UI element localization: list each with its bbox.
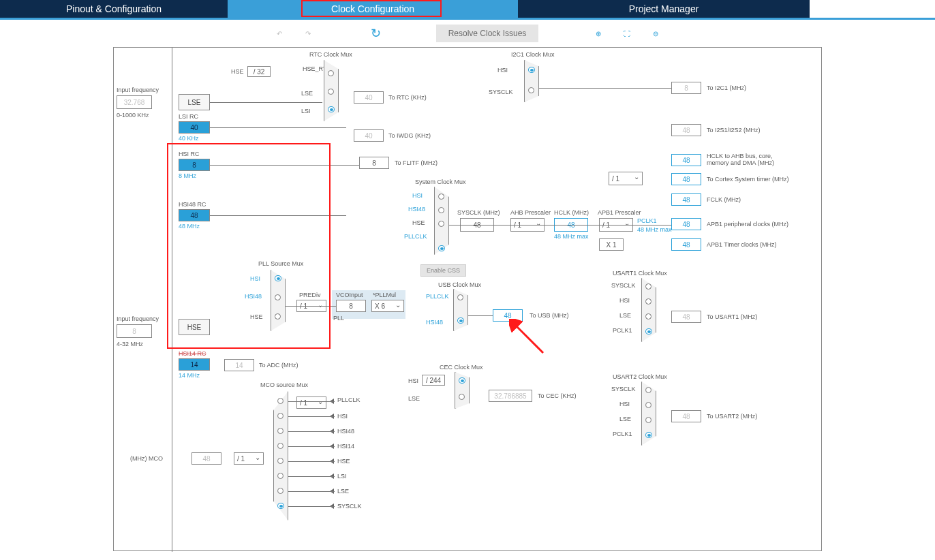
sysmux-opt-pllclk[interactable] [438, 245, 445, 251]
mco-mux-lse[interactable] [277, 488, 283, 494]
i2s-out: To I2S1/I2S2 (MHz) [707, 127, 761, 134]
cec-mux-hsi[interactable] [459, 377, 465, 384]
usart2-out: To USART2 (MHz) [707, 413, 757, 420]
zoom-out-icon[interactable]: ⊖ [647, 25, 664, 42]
cec-mux-lse[interactable] [459, 394, 465, 400]
zoom-in-icon[interactable]: ⊕ [590, 25, 607, 42]
hsi48rc-label: HSI48 RC [179, 201, 206, 208]
line [288, 401, 335, 402]
hse-input-label: Input frequency [117, 315, 159, 322]
enable-css-button[interactable]: Enable CSS [420, 264, 466, 277]
hsi14rc-label: HSI14 RC [179, 350, 206, 357]
usart1-mux-lse[interactable] [645, 313, 652, 320]
mco-mux-hsi14[interactable] [277, 443, 283, 449]
mco-mux-sysclk[interactable] [277, 503, 284, 509]
tab-clock[interactable]: Clock Configuration [228, 0, 518, 18]
line [468, 315, 493, 316]
out-apb1tim-val: 48 [671, 238, 701, 251]
clock-tree-canvas[interactable]: Input frequency 32.768 0-1000 KHz Input … [113, 47, 822, 551]
usb-pllclk-label: PLLCLK [426, 293, 449, 300]
mco-lse-label: LSE [337, 488, 349, 495]
usb-mux-pllclk[interactable] [457, 294, 463, 300]
pll-mux-hse[interactable] [275, 313, 281, 320]
rtc-out: To RTC (KHz) [388, 94, 427, 101]
cortex-div-select[interactable]: / 1 [609, 172, 643, 185]
mco-mux-hse[interactable] [277, 458, 283, 464]
mco-lsi-label: LSI [337, 473, 347, 480]
usart2-hsi: HSI [619, 401, 630, 407]
main-tabs: Pinout & Configuration Clock Configurati… [0, 0, 935, 18]
sysmux-opt-hsi[interactable] [438, 193, 444, 200]
mco-div-select[interactable]: / 1 [234, 452, 264, 465]
usart2-pclk1: PCLK1 [613, 431, 632, 437]
mco-mux-hsi48[interactable] [277, 428, 283, 434]
usart2-mux-sysclk[interactable] [645, 387, 652, 393]
fit-screen-icon[interactable]: ⛶ [619, 25, 635, 42]
out-fclk-lbl: FCLK (MHz) [707, 196, 741, 203]
usart2-mux-hsi[interactable] [645, 402, 652, 408]
usart1-lse: LSE [619, 312, 631, 319]
resolve-clock-issues-button[interactable]: Resolve Clock Issues [436, 25, 539, 42]
usb-mux-hsi48[interactable] [457, 317, 464, 324]
hsi48rc-source[interactable]: 48 [179, 209, 210, 221]
i2c1-mux-sysclk[interactable] [528, 87, 534, 93]
usart2-mux-pclk1[interactable] [645, 432, 652, 438]
cec-div: / 244 [422, 375, 445, 386]
undo-icon[interactable]: ↶ [271, 25, 288, 42]
cec-mux-title: CEC Clock Mux [440, 364, 483, 371]
pll-mux-hsi48[interactable] [275, 294, 281, 300]
pclk1-label: PCLK1 [637, 217, 657, 224]
mco-mux[interactable] [273, 391, 288, 520]
rtc-value: 40 [354, 91, 384, 104]
usart1-mux-pclk1[interactable] [645, 328, 652, 335]
mco-hse-label: HSE [337, 458, 350, 465]
out-cortex-val: 48 [671, 173, 701, 185]
hclk-max: 48 MHz max [554, 233, 589, 240]
line [288, 476, 335, 477]
refresh-icon[interactable]: ↻ [368, 25, 384, 42]
svg-line-1 [515, 324, 543, 353]
flitf-value: 8 [359, 157, 389, 169]
line [288, 431, 335, 432]
mco-mux-lsi[interactable] [277, 473, 283, 479]
pllmul-label: *PLLMul [373, 292, 396, 298]
line [288, 461, 335, 462]
hsi14rc-source[interactable]: 14 [179, 358, 210, 371]
trunk-line [172, 48, 172, 552]
usart1-mux-sysclk[interactable] [645, 283, 652, 290]
rtc-mux-lse[interactable] [328, 89, 334, 95]
i2c1-out: To I2C1 (MHz) [707, 84, 746, 91]
pll-mux-hsi[interactable] [275, 275, 281, 281]
lse-source[interactable]: LSE [179, 94, 210, 110]
out-fclk-val: 48 [671, 193, 701, 206]
usart1-mux-hsi[interactable] [645, 298, 652, 305]
rtc-mux-lsi[interactable] [328, 106, 335, 112]
line [210, 215, 346, 216]
i2c1-mux-hsi[interactable] [528, 67, 535, 73]
pll-hsi-label: HSI [250, 275, 260, 282]
mco-hsi-label: HSI [337, 413, 348, 420]
lsirc-sub: 40 KHz [179, 135, 199, 142]
rtc-lse-label: LSE [301, 90, 313, 97]
hse-source[interactable]: HSE [179, 319, 210, 335]
sysmux-opt-hsi48[interactable] [438, 207, 444, 213]
pllmul-select[interactable]: X 6 [371, 300, 404, 312]
hsirc-source[interactable]: 8 [179, 159, 210, 171]
mco-top-div[interactable]: / 1 [296, 396, 326, 409]
mco-mux-pllclk[interactable] [277, 398, 283, 404]
iwdg-out: To IWDG (KHz) [388, 132, 431, 139]
rtc-mux-hse[interactable] [328, 70, 334, 76]
tab-pinout[interactable]: Pinout & Configuration [0, 0, 228, 18]
sysmux-opt-hse[interactable] [438, 221, 444, 227]
mco-mux-hsi[interactable] [277, 413, 283, 419]
prediv-label: PREDiv [299, 292, 321, 298]
lse-input-value[interactable]: 32.768 [117, 95, 152, 109]
i2c1-value: 8 [671, 82, 701, 94]
hse-input-value[interactable]: 8 [117, 324, 152, 338]
usart2-mux-lse[interactable] [645, 417, 652, 423]
line [288, 446, 335, 447]
lsirc-source[interactable]: 40 [179, 121, 210, 134]
redo-icon[interactable]: ↷ [300, 25, 316, 42]
pll-mux-title: PLL Source Mux [258, 260, 303, 267]
tab-project[interactable]: Project Manager [518, 0, 810, 18]
